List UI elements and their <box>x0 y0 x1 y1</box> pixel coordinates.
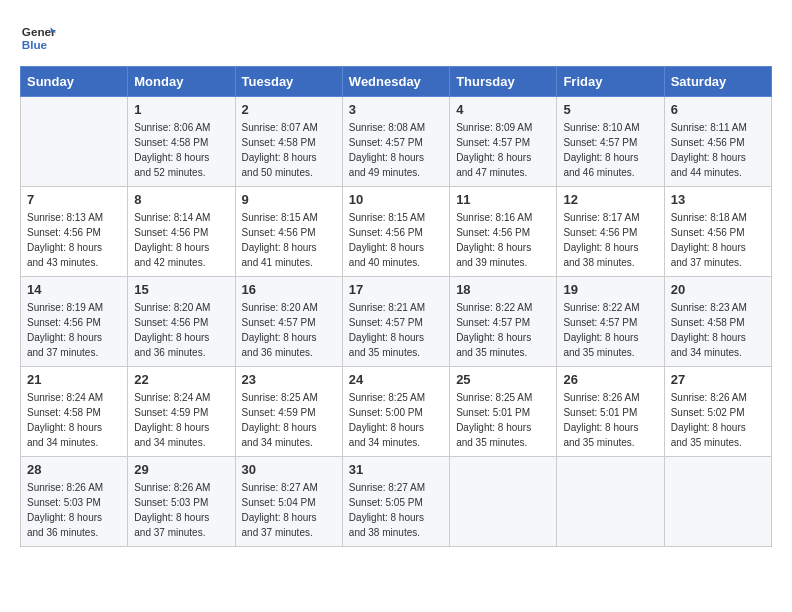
day-info: Sunrise: 8:20 AM Sunset: 4:57 PM Dayligh… <box>242 300 336 360</box>
day-info: Sunrise: 8:23 AM Sunset: 4:58 PM Dayligh… <box>671 300 765 360</box>
calendar-cell: 22Sunrise: 8:24 AM Sunset: 4:59 PM Dayli… <box>128 367 235 457</box>
day-info: Sunrise: 8:25 AM Sunset: 5:00 PM Dayligh… <box>349 390 443 450</box>
calendar-cell: 4Sunrise: 8:09 AM Sunset: 4:57 PM Daylig… <box>450 97 557 187</box>
day-number: 27 <box>671 372 765 387</box>
weekday-header-thursday: Thursday <box>450 67 557 97</box>
day-info: Sunrise: 8:10 AM Sunset: 4:57 PM Dayligh… <box>563 120 657 180</box>
weekday-header-tuesday: Tuesday <box>235 67 342 97</box>
day-info: Sunrise: 8:27 AM Sunset: 5:04 PM Dayligh… <box>242 480 336 540</box>
day-number: 29 <box>134 462 228 477</box>
weekday-header-friday: Friday <box>557 67 664 97</box>
day-info: Sunrise: 8:14 AM Sunset: 4:56 PM Dayligh… <box>134 210 228 270</box>
calendar-cell: 13Sunrise: 8:18 AM Sunset: 4:56 PM Dayli… <box>664 187 771 277</box>
day-number: 20 <box>671 282 765 297</box>
day-info: Sunrise: 8:13 AM Sunset: 4:56 PM Dayligh… <box>27 210 121 270</box>
day-info: Sunrise: 8:15 AM Sunset: 4:56 PM Dayligh… <box>349 210 443 270</box>
day-info: Sunrise: 8:25 AM Sunset: 4:59 PM Dayligh… <box>242 390 336 450</box>
calendar-cell: 18Sunrise: 8:22 AM Sunset: 4:57 PM Dayli… <box>450 277 557 367</box>
day-info: Sunrise: 8:11 AM Sunset: 4:56 PM Dayligh… <box>671 120 765 180</box>
calendar-cell: 21Sunrise: 8:24 AM Sunset: 4:58 PM Dayli… <box>21 367 128 457</box>
weekday-header-saturday: Saturday <box>664 67 771 97</box>
calendar-cell <box>21 97 128 187</box>
day-info: Sunrise: 8:24 AM Sunset: 4:59 PM Dayligh… <box>134 390 228 450</box>
day-info: Sunrise: 8:26 AM Sunset: 5:02 PM Dayligh… <box>671 390 765 450</box>
day-number: 18 <box>456 282 550 297</box>
day-number: 16 <box>242 282 336 297</box>
calendar-cell: 9Sunrise: 8:15 AM Sunset: 4:56 PM Daylig… <box>235 187 342 277</box>
calendar-cell: 16Sunrise: 8:20 AM Sunset: 4:57 PM Dayli… <box>235 277 342 367</box>
day-number: 24 <box>349 372 443 387</box>
day-info: Sunrise: 8:06 AM Sunset: 4:58 PM Dayligh… <box>134 120 228 180</box>
day-info: Sunrise: 8:22 AM Sunset: 4:57 PM Dayligh… <box>563 300 657 360</box>
calendar-cell: 10Sunrise: 8:15 AM Sunset: 4:56 PM Dayli… <box>342 187 449 277</box>
day-number: 19 <box>563 282 657 297</box>
calendar-week-row: 21Sunrise: 8:24 AM Sunset: 4:58 PM Dayli… <box>21 367 772 457</box>
day-info: Sunrise: 8:24 AM Sunset: 4:58 PM Dayligh… <box>27 390 121 450</box>
calendar-cell <box>664 457 771 547</box>
calendar-cell: 20Sunrise: 8:23 AM Sunset: 4:58 PM Dayli… <box>664 277 771 367</box>
calendar-cell: 28Sunrise: 8:26 AM Sunset: 5:03 PM Dayli… <box>21 457 128 547</box>
day-number: 4 <box>456 102 550 117</box>
page-header: General Blue <box>20 20 772 56</box>
day-number: 21 <box>27 372 121 387</box>
day-number: 31 <box>349 462 443 477</box>
calendar-cell: 11Sunrise: 8:16 AM Sunset: 4:56 PM Dayli… <box>450 187 557 277</box>
day-info: Sunrise: 8:27 AM Sunset: 5:05 PM Dayligh… <box>349 480 443 540</box>
day-number: 10 <box>349 192 443 207</box>
calendar-cell: 23Sunrise: 8:25 AM Sunset: 4:59 PM Dayli… <box>235 367 342 457</box>
calendar-cell: 24Sunrise: 8:25 AM Sunset: 5:00 PM Dayli… <box>342 367 449 457</box>
day-number: 8 <box>134 192 228 207</box>
weekday-header-monday: Monday <box>128 67 235 97</box>
day-number: 13 <box>671 192 765 207</box>
day-info: Sunrise: 8:08 AM Sunset: 4:57 PM Dayligh… <box>349 120 443 180</box>
day-number: 23 <box>242 372 336 387</box>
weekday-header-row: SundayMondayTuesdayWednesdayThursdayFrid… <box>21 67 772 97</box>
day-number: 9 <box>242 192 336 207</box>
day-number: 1 <box>134 102 228 117</box>
calendar-cell: 25Sunrise: 8:25 AM Sunset: 5:01 PM Dayli… <box>450 367 557 457</box>
day-number: 11 <box>456 192 550 207</box>
day-number: 2 <box>242 102 336 117</box>
calendar-cell <box>557 457 664 547</box>
day-number: 26 <box>563 372 657 387</box>
calendar-cell: 15Sunrise: 8:20 AM Sunset: 4:56 PM Dayli… <box>128 277 235 367</box>
day-info: Sunrise: 8:07 AM Sunset: 4:58 PM Dayligh… <box>242 120 336 180</box>
day-number: 17 <box>349 282 443 297</box>
calendar-week-row: 7Sunrise: 8:13 AM Sunset: 4:56 PM Daylig… <box>21 187 772 277</box>
calendar-cell: 27Sunrise: 8:26 AM Sunset: 5:02 PM Dayli… <box>664 367 771 457</box>
day-number: 25 <box>456 372 550 387</box>
day-number: 15 <box>134 282 228 297</box>
calendar-cell: 5Sunrise: 8:10 AM Sunset: 4:57 PM Daylig… <box>557 97 664 187</box>
calendar-cell: 8Sunrise: 8:14 AM Sunset: 4:56 PM Daylig… <box>128 187 235 277</box>
day-info: Sunrise: 8:26 AM Sunset: 5:01 PM Dayligh… <box>563 390 657 450</box>
day-number: 22 <box>134 372 228 387</box>
calendar-cell: 12Sunrise: 8:17 AM Sunset: 4:56 PM Dayli… <box>557 187 664 277</box>
day-info: Sunrise: 8:18 AM Sunset: 4:56 PM Dayligh… <box>671 210 765 270</box>
calendar-cell: 2Sunrise: 8:07 AM Sunset: 4:58 PM Daylig… <box>235 97 342 187</box>
calendar-cell: 19Sunrise: 8:22 AM Sunset: 4:57 PM Dayli… <box>557 277 664 367</box>
day-number: 5 <box>563 102 657 117</box>
calendar-cell <box>450 457 557 547</box>
calendar-cell: 31Sunrise: 8:27 AM Sunset: 5:05 PM Dayli… <box>342 457 449 547</box>
calendar-cell: 29Sunrise: 8:26 AM Sunset: 5:03 PM Dayli… <box>128 457 235 547</box>
day-number: 6 <box>671 102 765 117</box>
calendar-week-row: 1Sunrise: 8:06 AM Sunset: 4:58 PM Daylig… <box>21 97 772 187</box>
calendar-cell: 17Sunrise: 8:21 AM Sunset: 4:57 PM Dayli… <box>342 277 449 367</box>
calendar-cell: 14Sunrise: 8:19 AM Sunset: 4:56 PM Dayli… <box>21 277 128 367</box>
day-info: Sunrise: 8:25 AM Sunset: 5:01 PM Dayligh… <box>456 390 550 450</box>
calendar-week-row: 14Sunrise: 8:19 AM Sunset: 4:56 PM Dayli… <box>21 277 772 367</box>
calendar-cell: 6Sunrise: 8:11 AM Sunset: 4:56 PM Daylig… <box>664 97 771 187</box>
day-number: 12 <box>563 192 657 207</box>
calendar-cell: 7Sunrise: 8:13 AM Sunset: 4:56 PM Daylig… <box>21 187 128 277</box>
day-info: Sunrise: 8:16 AM Sunset: 4:56 PM Dayligh… <box>456 210 550 270</box>
logo-icon: General Blue <box>20 20 56 56</box>
day-number: 3 <box>349 102 443 117</box>
day-number: 14 <box>27 282 121 297</box>
day-number: 28 <box>27 462 121 477</box>
day-info: Sunrise: 8:09 AM Sunset: 4:57 PM Dayligh… <box>456 120 550 180</box>
logo: General Blue <box>20 20 56 56</box>
day-info: Sunrise: 8:26 AM Sunset: 5:03 PM Dayligh… <box>134 480 228 540</box>
day-number: 30 <box>242 462 336 477</box>
weekday-header-sunday: Sunday <box>21 67 128 97</box>
day-info: Sunrise: 8:21 AM Sunset: 4:57 PM Dayligh… <box>349 300 443 360</box>
